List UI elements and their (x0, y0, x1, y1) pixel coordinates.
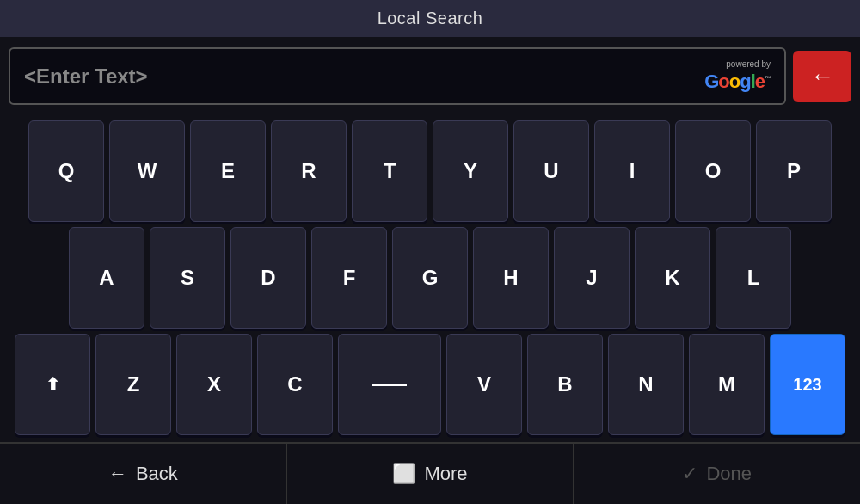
key-f[interactable]: F (311, 227, 387, 329)
keyboard-row-1: QWERTYUIOP (7, 120, 853, 222)
keyboard-row-3: ⬆ZXCVBNM123 (7, 334, 853, 435)
key-g[interactable]: G (392, 227, 468, 329)
keyboard-row-2: ASDFGHJKL (7, 227, 853, 329)
key-r[interactable]: R (271, 120, 347, 222)
num-key[interactable]: 123 (770, 334, 845, 435)
back-button[interactable]: ← Back (0, 444, 287, 504)
space-key[interactable] (338, 334, 441, 435)
key-y[interactable]: Y (433, 120, 508, 222)
search-box[interactable]: <Enter Text> powered by Google™ (9, 47, 786, 105)
more-icon: ⬜ (392, 463, 415, 485)
key-w[interactable]: W (109, 120, 185, 222)
key-b[interactable]: B (527, 334, 603, 435)
back-icon: ← (108, 463, 127, 485)
key-o[interactable]: O (675, 120, 751, 222)
backspace-icon: ← (810, 63, 834, 90)
key-p[interactable]: P (756, 120, 832, 222)
google-badge: powered by Google™ (704, 59, 771, 93)
key-l[interactable]: L (716, 227, 791, 329)
done-button[interactable]: ✓ Done (574, 444, 860, 504)
key-v[interactable]: V (446, 334, 522, 435)
backspace-button[interactable]: ← (793, 51, 851, 102)
key-s[interactable]: S (150, 227, 225, 329)
done-icon: ✓ (682, 463, 697, 485)
shift-key[interactable]: ⬆ (15, 334, 90, 435)
key-u[interactable]: U (513, 120, 589, 222)
key-h[interactable]: H (473, 227, 549, 329)
more-button[interactable]: ⬜ More (287, 444, 574, 504)
key-q[interactable]: Q (28, 120, 104, 222)
key-j[interactable]: J (554, 227, 630, 329)
powered-by-text: powered by (726, 59, 771, 69)
key-x[interactable]: X (176, 334, 252, 435)
page-title: Local Search (0, 0, 860, 37)
more-label: More (424, 463, 467, 485)
back-label: Back (136, 463, 178, 485)
google-tm: ™ (765, 75, 771, 83)
key-e[interactable]: E (190, 120, 266, 222)
key-t[interactable]: T (352, 120, 427, 222)
title-text: Local Search (378, 9, 483, 28)
key-d[interactable]: D (230, 227, 306, 329)
key-i[interactable]: I (594, 120, 670, 222)
search-placeholder: <Enter Text> (24, 65, 148, 89)
google-logo: Google™ (704, 71, 771, 93)
keyboard-area: QWERTYUIOP ASDFGHJKL ⬆ZXCVBNM123 (0, 115, 860, 442)
key-k[interactable]: K (635, 227, 710, 329)
bottom-bar: ← Back ⬜ More ✓ Done (0, 442, 860, 504)
done-label: Done (706, 463, 752, 485)
key-n[interactable]: N (608, 334, 684, 435)
key-c[interactable]: C (257, 334, 333, 435)
key-m[interactable]: M (689, 334, 765, 435)
key-a[interactable]: A (69, 227, 144, 329)
search-area: <Enter Text> powered by Google™ ← (0, 37, 860, 115)
key-z[interactable]: Z (95, 334, 171, 435)
